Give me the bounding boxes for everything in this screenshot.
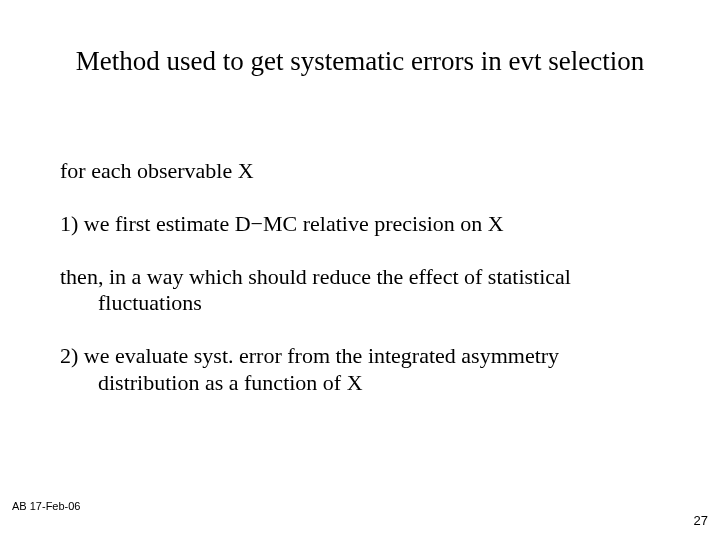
footer-author-date: AB 17-Feb-06 xyxy=(12,500,80,512)
slide: Method used to get systematic errors in … xyxy=(0,0,720,540)
slide-title: Method used to get systematic errors in … xyxy=(0,46,720,77)
footer-page-number: 27 xyxy=(694,513,708,528)
paragraph-transition: then, in a way which should reduce the e… xyxy=(60,264,660,318)
slide-body: for each observable X 1) we first estima… xyxy=(60,158,660,423)
paragraph-step2: 2) we evaluate syst. error from the inte… xyxy=(60,343,660,397)
paragraph-intro: for each observable X xyxy=(60,158,660,185)
paragraph-step1: 1) we first estimate D−MC relative preci… xyxy=(60,211,660,238)
